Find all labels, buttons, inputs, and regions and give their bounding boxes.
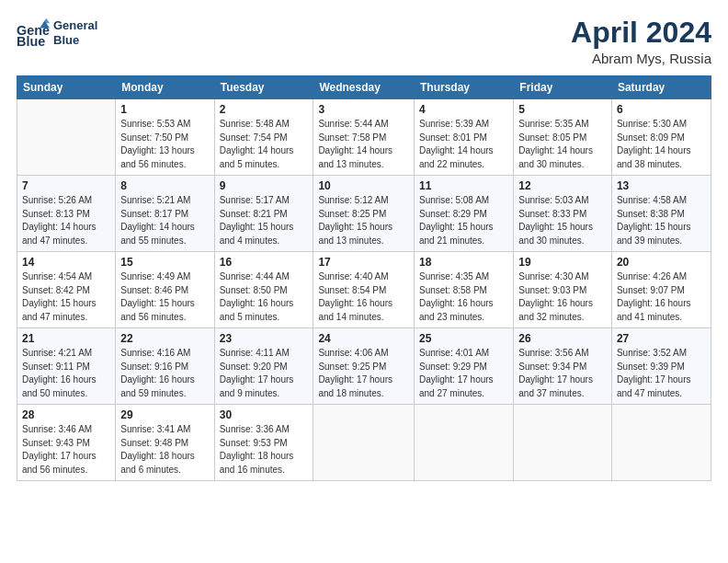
col-monday: Monday — [116, 76, 214, 99]
day-number: 30 — [220, 408, 309, 421]
day-info: Sunrise: 4:30 AM Sunset: 9:03 PM Dayligh… — [518, 270, 607, 324]
day-number: 18 — [419, 256, 508, 269]
day-cell: 1Sunrise: 5:53 AM Sunset: 7:50 PM Daylig… — [116, 99, 214, 176]
col-friday: Friday — [514, 76, 612, 99]
day-info: Sunrise: 4:58 AM Sunset: 8:38 PM Dayligh… — [617, 194, 706, 247]
day-number: 2 — [220, 103, 309, 116]
day-number: 12 — [518, 179, 607, 192]
day-info: Sunrise: 5:48 AM Sunset: 7:54 PM Dayligh… — [220, 118, 309, 171]
day-cell: 12Sunrise: 5:03 AM Sunset: 8:33 PM Dayli… — [514, 176, 612, 252]
day-number: 28 — [22, 408, 110, 421]
month-title: April 2024 — [571, 17, 711, 49]
day-number: 22 — [120, 332, 209, 345]
day-info: Sunrise: 4:01 AM Sunset: 9:29 PM Dayligh… — [419, 347, 508, 400]
day-info: Sunrise: 4:21 AM Sunset: 9:11 PM Dayligh… — [22, 347, 110, 400]
day-cell: 7Sunrise: 5:26 AM Sunset: 8:13 PM Daylig… — [17, 176, 116, 252]
day-info: Sunrise: 5:39 AM Sunset: 8:01 PM Dayligh… — [419, 118, 508, 171]
week-row-5: 28Sunrise: 3:46 AM Sunset: 9:43 PM Dayli… — [17, 405, 711, 481]
day-number: 10 — [318, 179, 409, 192]
day-number: 11 — [419, 179, 508, 192]
day-cell: 18Sunrise: 4:35 AM Sunset: 8:58 PM Dayli… — [414, 252, 513, 328]
day-cell — [611, 405, 711, 481]
day-number: 17 — [318, 256, 409, 269]
day-cell: 13Sunrise: 4:58 AM Sunset: 8:38 PM Dayli… — [611, 176, 711, 252]
day-cell: 4Sunrise: 5:39 AM Sunset: 8:01 PM Daylig… — [414, 99, 513, 176]
day-cell: 14Sunrise: 4:54 AM Sunset: 8:42 PM Dayli… — [17, 252, 116, 328]
title-block: April 2024 Abram Mys, Russia — [571, 17, 711, 66]
header-row: Sunday Monday Tuesday Wednesday Thursday… — [17, 76, 711, 99]
day-cell: 17Sunrise: 4:40 AM Sunset: 8:54 PM Dayli… — [313, 252, 415, 328]
day-info: Sunrise: 4:44 AM Sunset: 8:50 PM Dayligh… — [220, 270, 309, 324]
day-cell: 28Sunrise: 3:46 AM Sunset: 9:43 PM Dayli… — [17, 405, 116, 481]
week-row-3: 14Sunrise: 4:54 AM Sunset: 8:42 PM Dayli… — [17, 252, 711, 328]
day-number: 29 — [120, 408, 209, 421]
day-info: Sunrise: 3:46 AM Sunset: 9:43 PM Dayligh… — [22, 423, 110, 477]
day-cell: 15Sunrise: 4:49 AM Sunset: 8:46 PM Dayli… — [116, 252, 214, 328]
day-number: 19 — [518, 256, 607, 269]
day-cell: 10Sunrise: 5:12 AM Sunset: 8:25 PM Dayli… — [313, 176, 415, 252]
day-info: Sunrise: 3:52 AM Sunset: 9:39 PM Dayligh… — [617, 347, 706, 400]
day-number: 5 — [518, 103, 607, 116]
day-number: 20 — [617, 256, 706, 269]
day-cell: 19Sunrise: 4:30 AM Sunset: 9:03 PM Dayli… — [514, 252, 612, 328]
day-number: 7 — [22, 179, 110, 192]
day-cell: 21Sunrise: 4:21 AM Sunset: 9:11 PM Dayli… — [17, 328, 116, 405]
day-cell: 9Sunrise: 5:17 AM Sunset: 8:21 PM Daylig… — [214, 176, 313, 252]
day-info: Sunrise: 4:06 AM Sunset: 9:25 PM Dayligh… — [318, 347, 409, 400]
day-cell: 11Sunrise: 5:08 AM Sunset: 8:29 PM Dayli… — [414, 176, 513, 252]
day-info: Sunrise: 5:30 AM Sunset: 8:09 PM Dayligh… — [617, 118, 706, 171]
day-info: Sunrise: 5:12 AM Sunset: 8:25 PM Dayligh… — [318, 194, 409, 247]
day-cell — [514, 405, 612, 481]
day-number: 3 — [318, 103, 409, 116]
day-number: 9 — [220, 179, 309, 192]
day-cell: 16Sunrise: 4:44 AM Sunset: 8:50 PM Dayli… — [214, 252, 313, 328]
day-cell: 24Sunrise: 4:06 AM Sunset: 9:25 PM Dayli… — [313, 328, 415, 405]
week-row-1: 1Sunrise: 5:53 AM Sunset: 7:50 PM Daylig… — [17, 99, 711, 176]
day-info: Sunrise: 5:08 AM Sunset: 8:29 PM Dayligh… — [419, 194, 508, 247]
day-info: Sunrise: 5:35 AM Sunset: 8:05 PM Dayligh… — [518, 118, 607, 171]
day-number: 4 — [419, 103, 508, 116]
day-cell: 5Sunrise: 5:35 AM Sunset: 8:05 PM Daylig… — [514, 99, 612, 176]
svg-text:Blue: Blue — [17, 34, 45, 49]
week-row-4: 21Sunrise: 4:21 AM Sunset: 9:11 PM Dayli… — [17, 328, 711, 405]
logo-icon: General Blue — [17, 17, 50, 50]
day-cell: 30Sunrise: 3:36 AM Sunset: 9:53 PM Dayli… — [214, 405, 313, 481]
day-cell — [313, 405, 415, 481]
day-number: 27 — [617, 332, 706, 345]
day-number: 6 — [617, 103, 706, 116]
logo: General Blue General Blue — [17, 17, 97, 50]
day-number: 26 — [518, 332, 607, 345]
day-cell: 20Sunrise: 4:26 AM Sunset: 9:07 PM Dayli… — [611, 252, 711, 328]
day-number: 13 — [617, 179, 706, 192]
col-tuesday: Tuesday — [214, 76, 313, 99]
day-cell: 8Sunrise: 5:21 AM Sunset: 8:17 PM Daylig… — [116, 176, 214, 252]
day-number: 8 — [120, 179, 209, 192]
day-number: 23 — [220, 332, 309, 345]
day-cell: 27Sunrise: 3:52 AM Sunset: 9:39 PM Dayli… — [611, 328, 711, 405]
day-info: Sunrise: 4:35 AM Sunset: 8:58 PM Dayligh… — [419, 270, 508, 324]
logo-line1: General — [53, 18, 97, 33]
header: General Blue General Blue April 2024 Abr… — [17, 17, 711, 66]
day-info: Sunrise: 5:21 AM Sunset: 8:17 PM Dayligh… — [120, 194, 209, 247]
col-sunday: Sunday — [17, 76, 116, 99]
calendar-table: Sunday Monday Tuesday Wednesday Thursday… — [17, 75, 711, 481]
day-cell: 26Sunrise: 3:56 AM Sunset: 9:34 PM Dayli… — [514, 328, 612, 405]
day-number: 1 — [120, 103, 209, 116]
day-number: 21 — [22, 332, 110, 345]
logo-line2: Blue — [53, 33, 97, 48]
day-info: Sunrise: 3:56 AM Sunset: 9:34 PM Dayligh… — [518, 347, 607, 400]
day-cell: 29Sunrise: 3:41 AM Sunset: 9:48 PM Dayli… — [116, 405, 214, 481]
day-number: 24 — [318, 332, 409, 345]
day-number: 14 — [22, 256, 110, 269]
day-cell — [17, 99, 116, 176]
col-wednesday: Wednesday — [313, 76, 415, 99]
location-title: Abram Mys, Russia — [571, 51, 711, 66]
day-cell: 25Sunrise: 4:01 AM Sunset: 9:29 PM Dayli… — [414, 328, 513, 405]
col-thursday: Thursday — [414, 76, 513, 99]
day-cell: 6Sunrise: 5:30 AM Sunset: 8:09 PM Daylig… — [611, 99, 711, 176]
day-number: 15 — [120, 256, 209, 269]
day-cell: 22Sunrise: 4:16 AM Sunset: 9:16 PM Dayli… — [116, 328, 214, 405]
day-cell: 3Sunrise: 5:44 AM Sunset: 7:58 PM Daylig… — [313, 99, 415, 176]
day-info: Sunrise: 5:44 AM Sunset: 7:58 PM Dayligh… — [318, 118, 409, 171]
day-info: Sunrise: 5:17 AM Sunset: 8:21 PM Dayligh… — [220, 194, 309, 247]
